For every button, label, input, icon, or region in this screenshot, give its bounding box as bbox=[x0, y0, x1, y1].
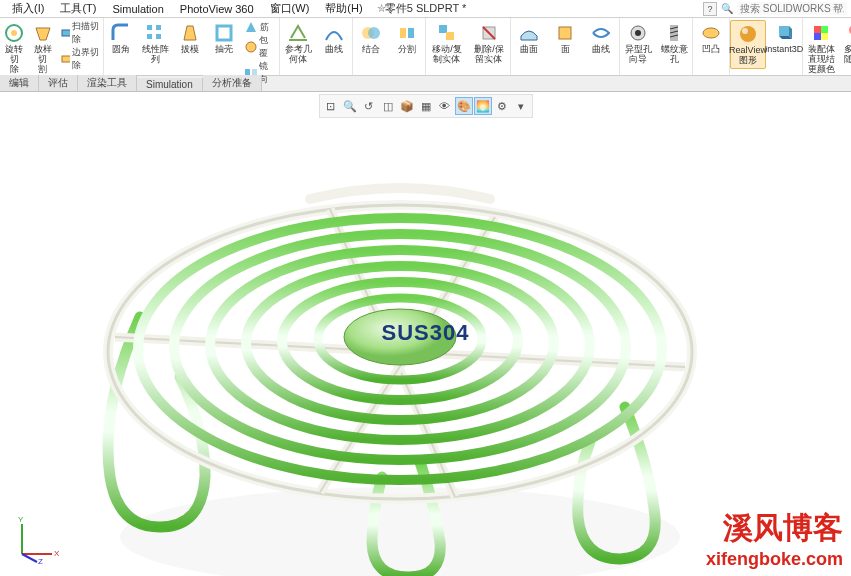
apply-scene-icon[interactable]: 🌅 bbox=[474, 97, 492, 115]
linear-pattern-button[interactable]: 线性阵 列 bbox=[138, 20, 172, 67]
boundary-cut-button[interactable]: 边界切除 bbox=[60, 46, 100, 72]
wrap-button[interactable]: 包覆 bbox=[244, 34, 276, 60]
svg-text:Z: Z bbox=[38, 557, 43, 564]
ribbon-group-combine: 结合 分割 bbox=[353, 18, 426, 75]
svg-point-1 bbox=[11, 30, 17, 36]
view-settings-icon[interactable]: ⚙ bbox=[493, 97, 511, 115]
svg-rect-8 bbox=[217, 26, 231, 40]
instant3d-button[interactable]: Instant3D bbox=[766, 20, 802, 57]
svg-rect-7 bbox=[156, 34, 161, 39]
menu-window[interactable]: 窗口(W) bbox=[262, 0, 318, 17]
tab-simulation[interactable]: Simulation bbox=[137, 78, 203, 91]
section-view-icon[interactable]: ◫ bbox=[379, 97, 397, 115]
tab-analysis[interactable]: 分析准备 bbox=[203, 75, 262, 91]
viewport[interactable]: ⊡ 🔍 ↺ ◫ 📦 ▦ 👁 🎨 🌅 ⚙ ▾ bbox=[0, 92, 851, 576]
tab-render[interactable]: 渲染工具 bbox=[78, 75, 137, 91]
ribbon-group-body: 移动/复 制实体 删除/保 留实体 bbox=[426, 18, 511, 75]
reference-geometry-button[interactable]: 参考几 何体 bbox=[280, 20, 316, 67]
model-center-text: SUS304 bbox=[382, 320, 470, 346]
svg-rect-3 bbox=[62, 56, 71, 62]
curves-button[interactable]: 曲线 bbox=[316, 20, 352, 57]
prev-view-icon[interactable]: ↺ bbox=[360, 97, 378, 115]
svg-rect-15 bbox=[400, 28, 406, 38]
svg-point-14 bbox=[368, 27, 380, 39]
tab-evaluate[interactable]: 评估 bbox=[39, 75, 78, 91]
ribbon-group-color: 装配体 直现结 更颜色 多实体 随机颜 色 特征名 称修定 bbox=[803, 18, 851, 75]
svg-rect-31 bbox=[814, 26, 821, 33]
menubar: 插入(I) 工具(T) Simulation PhotoView 360 窗口(… bbox=[0, 0, 851, 18]
ribbon-group-hole: 异型孔 向导 螺纹意 孔 bbox=[620, 18, 693, 75]
draft-button[interactable]: 拔模 bbox=[172, 20, 206, 57]
emboss-button[interactable]: 凹凸 bbox=[693, 20, 729, 57]
svg-rect-16 bbox=[408, 28, 414, 38]
menu-photoview[interactable]: PhotoView 360 bbox=[172, 2, 262, 16]
svg-rect-33 bbox=[814, 33, 821, 40]
svg-point-9 bbox=[246, 42, 256, 52]
help-button[interactable]: ? bbox=[703, 2, 717, 16]
menu-tools[interactable]: 工具(T) bbox=[52, 0, 104, 17]
face-button[interactable]: 面 bbox=[547, 20, 583, 57]
watermark-text: 溪风博客 bbox=[706, 508, 843, 549]
ribbon-group-cut: 旋转切 除 放样切 割 扫描切除 边界切除 bbox=[0, 18, 104, 75]
zoom-area-icon[interactable]: 🔍 bbox=[341, 97, 359, 115]
tab-edit[interactable]: 编辑 bbox=[0, 75, 39, 91]
menu-help[interactable]: 帮助(H) bbox=[317, 0, 370, 17]
shell-button[interactable]: 抽壳 bbox=[207, 20, 241, 57]
watermark-url: xifengboke.com bbox=[706, 549, 843, 570]
svg-point-23 bbox=[635, 30, 641, 36]
svg-point-29 bbox=[740, 26, 756, 42]
swept-cut-button[interactable]: 扫描切除 bbox=[60, 20, 100, 46]
svg-point-28 bbox=[703, 28, 719, 38]
thread-button[interactable]: 螺纹意 孔 bbox=[656, 20, 692, 67]
ribbon-group-reference: 参考几 何体 曲线 bbox=[280, 18, 353, 75]
combine-button[interactable]: 结合 bbox=[353, 20, 389, 57]
move-copy-body-button[interactable]: 移动/复 制实体 bbox=[426, 20, 468, 67]
display-style-icon[interactable]: ▦ bbox=[417, 97, 435, 115]
revolve-cut-button[interactable]: 旋转切 除 bbox=[0, 20, 28, 77]
edit-appearance-icon[interactable]: 🎨 bbox=[455, 97, 473, 115]
document-title: 零件5 SLDPRT * bbox=[385, 1, 467, 16]
svg-rect-18 bbox=[446, 32, 454, 40]
menu-simulation[interactable]: Simulation bbox=[104, 2, 171, 16]
loft-cut-button[interactable]: 放样切 割 bbox=[28, 20, 56, 77]
svg-text:X: X bbox=[54, 549, 60, 558]
search-icon: 🔍 bbox=[721, 3, 733, 14]
svg-rect-21 bbox=[559, 27, 571, 39]
svg-line-57 bbox=[22, 554, 37, 562]
search-input[interactable] bbox=[737, 2, 847, 15]
delete-keep-body-button[interactable]: 删除/保 留实体 bbox=[468, 20, 510, 67]
view-toolbar: ⊡ 🔍 ↺ ◫ 📦 ▦ 👁 🎨 🌅 ⚙ ▾ bbox=[319, 94, 533, 118]
assembly-color-button[interactable]: 装配体 直现结 更颜色 bbox=[803, 20, 839, 77]
ribbon-group-surface: 曲面 面 曲线 bbox=[511, 18, 620, 75]
split-button[interactable]: 分割 bbox=[389, 20, 425, 57]
ribbon: 旋转切 除 放样切 割 扫描切除 边界切除 圆角 线性阵 列 拔模 抽壳 筋 包… bbox=[0, 18, 851, 76]
svg-rect-17 bbox=[439, 25, 447, 33]
svg-text:Y: Y bbox=[18, 515, 24, 524]
cut-side-col: 扫描切除 边界切除 bbox=[57, 20, 103, 72]
ribbon-group-emboss: 凹凸 bbox=[693, 18, 730, 75]
surface-button[interactable]: 曲面 bbox=[511, 20, 547, 57]
hide-show-icon[interactable]: 👁 bbox=[436, 97, 454, 115]
curve-button[interactable]: 曲线 bbox=[583, 20, 619, 57]
tabs-bar: 编辑 评估 渲染工具 Simulation 分析准备 bbox=[0, 76, 851, 92]
multibody-color-button[interactable]: 多实体 随机颜 色 bbox=[839, 20, 851, 77]
menu-insert[interactable]: 插入(I) bbox=[4, 0, 52, 17]
ribbon-group-feature: 圆角 线性阵 列 拔模 抽壳 筋 包覆 镜向 bbox=[104, 18, 280, 75]
orientation-triad[interactable]: Y X Z bbox=[12, 514, 62, 564]
svg-rect-34 bbox=[821, 33, 828, 40]
svg-rect-2 bbox=[62, 30, 71, 36]
fillet-button[interactable]: 圆角 bbox=[104, 20, 138, 57]
rib-button[interactable]: 筋 bbox=[244, 20, 276, 34]
zoom-fit-icon[interactable]: ⊡ bbox=[322, 97, 340, 115]
svg-rect-6 bbox=[147, 34, 152, 39]
chevron-down-icon[interactable]: ▾ bbox=[512, 97, 530, 115]
svg-rect-32 bbox=[821, 26, 828, 33]
view-orient-icon[interactable]: 📦 bbox=[398, 97, 416, 115]
search-area: ? 🔍 bbox=[703, 2, 847, 16]
realview-button[interactable]: RealView 图形 bbox=[730, 20, 766, 69]
watermark: 溪风博客 xifengboke.com bbox=[706, 508, 843, 570]
hole-wizard-button[interactable]: 异型孔 向导 bbox=[620, 20, 656, 67]
svg-point-30 bbox=[742, 28, 748, 34]
svg-rect-4 bbox=[147, 25, 152, 30]
svg-rect-5 bbox=[156, 25, 161, 30]
